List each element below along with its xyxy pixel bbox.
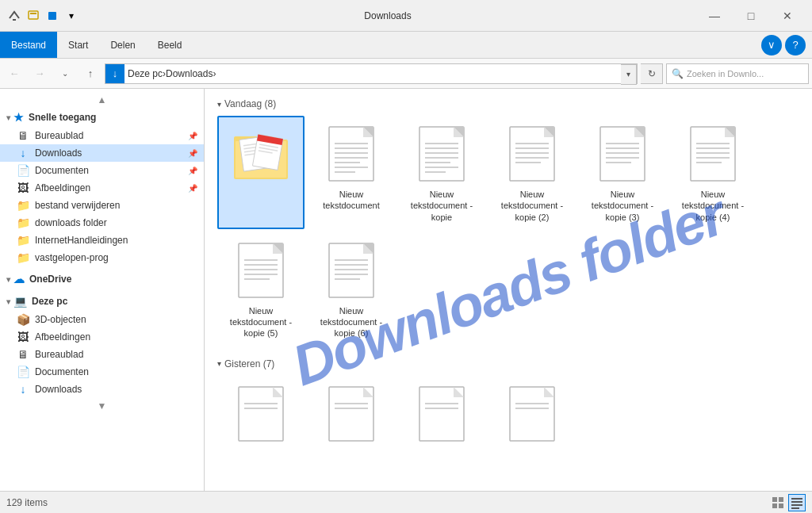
3d-objecten-label: 3D-objecten: [35, 314, 86, 325]
content-area: Downloads folder ▾ Vandaag (8): [205, 89, 812, 491]
afbeeldingen-pc-icon: 🖼: [16, 331, 30, 343]
downloads-icon: ↓: [16, 147, 30, 159]
file-item-gisteren2[interactable]: [308, 376, 395, 455]
quick-access-dropdown[interactable]: ▾: [63, 8, 79, 24]
ribbon: Bestand Start Delen Beeld ∨ ?: [0, 32, 812, 59]
svg-rect-99: [791, 507, 799, 509]
sidebar-item-downloads-pc[interactable]: ↓ Downloads: [0, 381, 204, 398]
svg-rect-92: [772, 497, 777, 502]
sidebar-item-vastgelopen-prog[interactable]: 📁 vastgelopen-prog: [0, 249, 204, 266]
maximize-button[interactable]: □: [733, 0, 769, 32]
ribbon-tab-delen[interactable]: Delen: [99, 32, 146, 58]
address-folder-icon: ↓: [105, 64, 124, 83]
path-deze-pc[interactable]: Deze pc: [128, 68, 163, 79]
path-downloads[interactable]: Downloads: [166, 68, 213, 79]
internet-handleidingen-icon: 📁: [16, 234, 30, 247]
path-arrow2: ›: [213, 68, 216, 79]
sidebar-item-downloads-folder[interactable]: 📁 downloads folder: [0, 214, 204, 232]
file-item-doc3[interactable]: Nieuw tekstdocument - kopie (2): [488, 116, 576, 229]
close-button[interactable]: ✕: [769, 0, 806, 32]
forward-button[interactable]: →: [29, 63, 51, 85]
up-button[interactable]: ↑: [79, 63, 102, 85]
ribbon-tab-start[interactable]: Start: [57, 32, 99, 58]
content-scroll[interactable]: Downloads folder ▾ Vandaag (8): [205, 89, 812, 491]
svg-rect-1: [30, 13, 36, 14]
main-layout: ▲ ▾ ★ Snelle toegang 🖥 Bureaublad 📌 ↓ Do…: [0, 89, 812, 491]
quick-access-icon3[interactable]: [44, 8, 60, 24]
quick-access-icon1[interactable]: [6, 8, 22, 24]
doc3-icon: [504, 122, 561, 186]
onedrive-label: OneDrive: [29, 274, 71, 285]
snelle-toegang-label: Snelle toegang: [29, 112, 96, 123]
title-bar-left-icons: ▾: [6, 8, 79, 24]
file-name-doc6: Nieuw tekstdocument - kopie (5): [222, 305, 300, 339]
file-item-doc4[interactable]: Nieuw tekstdocument - kopie (3): [579, 116, 666, 229]
afbeeldingen-icon: 🖼: [16, 182, 30, 194]
address-bar: ← → ⌄ ↑ ↓ Deze pc › Downloads › ▾ ↻ 🔍 Zo…: [0, 59, 812, 89]
file-item-doc2[interactable]: Nieuw tekstdocument - kopie: [398, 116, 485, 229]
address-dropdown-button[interactable]: ▾: [621, 64, 637, 85]
bestand-verwijderen-icon: 📁: [16, 199, 30, 212]
documenten-pc-icon: 📄: [16, 366, 30, 378]
deze-pc-chevron: ▾: [6, 297, 10, 306]
file-item-doc5[interactable]: Nieuw tekstdocument - kopie (4): [669, 116, 756, 229]
documenten-label: Documenten: [35, 165, 89, 176]
view-details-btn[interactable]: [788, 494, 806, 511]
sidebar-scroll-down[interactable]: ▼: [0, 398, 204, 414]
svg-rect-95: [779, 503, 783, 508]
minimize-button[interactable]: —: [696, 0, 733, 32]
svg-rect-94: [772, 503, 777, 508]
deze-pc-label: Deze pc: [32, 296, 67, 307]
address-path: Deze pc › Downloads ›: [124, 64, 621, 83]
sidebar-item-afbeeldingen[interactable]: 🖼 Afbeeldingen 📌: [0, 179, 204, 197]
address-field[interactable]: ↓ Deze pc › Downloads › ▾: [105, 63, 638, 84]
search-box[interactable]: 🔍 Zoeken in Downlo...: [666, 63, 809, 84]
doc4-icon: [594, 122, 651, 186]
recent-locations-button[interactable]: ⌄: [54, 63, 76, 85]
sidebar-section-deze-pc[interactable]: ▾ 💻 Deze pc: [0, 292, 204, 311]
file-item-folder-papers[interactable]: [217, 116, 304, 229]
file-item-doc7[interactable]: Nieuw tekstdocument - kopie (6): [308, 232, 395, 346]
file-item-gisteren3[interactable]: [398, 376, 485, 455]
svg-rect-97: [791, 501, 802, 503]
ribbon-collapse-btn[interactable]: ∨: [761, 35, 782, 56]
doc6-icon: [232, 239, 289, 302]
sidebar-item-documenten-pc[interactable]: 📄 Documenten: [0, 363, 204, 381]
sidebar-item-3d-objecten[interactable]: 📦 3D-objecten: [0, 311, 204, 328]
group-header-gisteren[interactable]: ▾ Gisteren (7): [217, 358, 799, 369]
sidebar-item-bureaublad[interactable]: 🖥 Bureaublad 📌: [0, 127, 204, 144]
search-icon: 🔍: [672, 68, 684, 79]
afbeeldingen-pin-icon: 📌: [188, 184, 197, 193]
vastgelopen-prog-label: vastgelopen-prog: [35, 252, 109, 263]
quick-access-icon2[interactable]: [25, 8, 41, 24]
sidebar-item-downloads[interactable]: ↓ Downloads 📌: [0, 144, 204, 162]
ribbon-tab-bestand[interactable]: Bestand: [0, 32, 57, 58]
folder-papers-icon: [232, 122, 289, 186]
downloads-label: Downloads: [35, 147, 82, 159]
bureaublad-pc-label: Bureaublad: [35, 349, 83, 360]
file-item-doc1[interactable]: Nieuw tekstdocument: [308, 116, 395, 229]
ribbon-tab-beeld[interactable]: Beeld: [147, 32, 193, 58]
sidebar-item-bureaublad-pc[interactable]: 🖥 Bureaublad: [0, 346, 204, 363]
svg-rect-93: [779, 497, 783, 502]
sidebar-item-afbeeldingen-pc[interactable]: 🖼 Afbeeldingen: [0, 328, 204, 346]
file-item-doc6[interactable]: Nieuw tekstdocument - kopie (5): [217, 232, 304, 346]
back-button[interactable]: ←: [3, 63, 25, 85]
sidebar-section-snelle-toegang[interactable]: ▾ ★ Snelle toegang: [0, 108, 204, 127]
item-count: 129 items: [6, 497, 48, 508]
sidebar-section-onedrive[interactable]: ▾ ☁ OneDrive: [0, 270, 204, 289]
deze-pc-icon: 💻: [13, 295, 27, 308]
help-button[interactable]: ?: [785, 35, 806, 56]
sidebar-item-bestand-verwijderen[interactable]: 📁 bestand verwijderen: [0, 197, 204, 214]
file-item-gisteren1[interactable]: [217, 376, 304, 455]
refresh-button[interactable]: ↻: [641, 63, 663, 84]
view-large-icons-btn[interactable]: [769, 494, 787, 511]
file-name-doc1: Nieuw tekstdocument: [312, 189, 390, 212]
sidebar-scroll-up[interactable]: ▲: [0, 92, 204, 108]
sidebar-item-internet-handleidingen[interactable]: 📁 InternetHandleidingen: [0, 232, 204, 249]
group-header-vandaag[interactable]: ▾ Vandaag (8): [217, 98, 799, 109]
file-item-gisteren4[interactable]: [488, 376, 576, 455]
sidebar-item-documenten[interactable]: 📄 Documenten 📌: [0, 162, 204, 179]
downloads-pin-icon: 📌: [188, 149, 197, 158]
bureaublad-pin-icon: 📌: [188, 132, 197, 140]
